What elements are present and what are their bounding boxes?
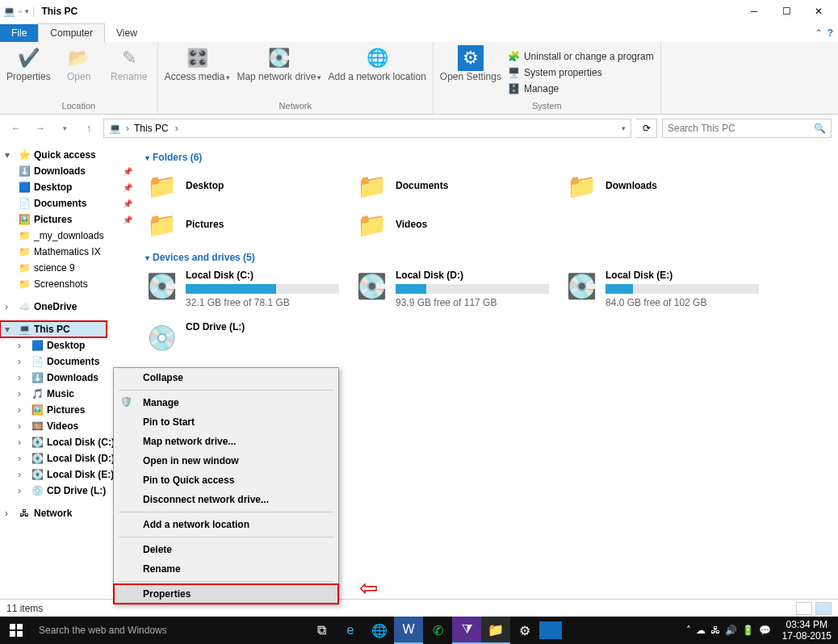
tray-onedrive-icon[interactable]: ☁ bbox=[696, 625, 706, 636]
minimize-button[interactable]: ─ bbox=[738, 0, 770, 23]
drive-icon: 💿 bbox=[145, 321, 178, 353]
folder-downloads[interactable]: 📁Downloads bbox=[565, 169, 759, 202]
globe-icon: 🌐 bbox=[364, 45, 390, 71]
system-properties-button[interactable]: 🖥️System properties bbox=[508, 65, 654, 80]
ctx-collapse[interactable]: Collapse bbox=[114, 368, 338, 387]
drive-item[interactable]: 💽Local Disk (C:)32.1 GB free of 78.1 GB bbox=[145, 270, 339, 308]
tray-action-center-icon[interactable]: 💬 bbox=[759, 625, 771, 636]
folder-icon: 📁 bbox=[355, 208, 388, 240]
app-icon[interactable] bbox=[539, 621, 562, 639]
tree-screenshots[interactable]: 📁Screenshots bbox=[0, 276, 136, 292]
tray-chevron-icon[interactable]: ˄ bbox=[686, 625, 691, 636]
tab-computer[interactable]: Computer bbox=[38, 23, 105, 42]
tree-this-pc[interactable]: ▾💻This PC bbox=[0, 321, 107, 337]
tray-network-icon[interactable]: 🖧 bbox=[710, 625, 720, 636]
section-folders[interactable]: ▾Folders (6) bbox=[145, 152, 828, 163]
taskbar-clock[interactable]: 03:34 PM17-08-2015 bbox=[776, 619, 838, 642]
details-view-button[interactable] bbox=[796, 602, 812, 615]
help-icon[interactable]: ? bbox=[828, 27, 833, 39]
open-settings-button[interactable]: ⚙Open Settings bbox=[440, 45, 501, 99]
tree-pictures[interactable]: 🖼️Pictures📌 bbox=[0, 211, 136, 228]
refresh-button[interactable]: ⟳ bbox=[636, 119, 657, 138]
ctx-manage[interactable]: 🛡️Manage bbox=[114, 393, 338, 412]
back-button[interactable]: ← bbox=[6, 119, 26, 138]
maximize-button[interactable]: ☐ bbox=[770, 0, 802, 23]
drive-item[interactable]: 💽Local Disk (D:)93.9 GB free of 117 GB bbox=[355, 270, 549, 308]
folder-desktop[interactable]: 📁Desktop bbox=[145, 169, 339, 202]
ctx-delete[interactable]: Delete bbox=[114, 540, 338, 559]
drive-item[interactable]: 💽Local Disk (E:)84.0 GB free of 102 GB bbox=[565, 270, 759, 308]
svg-rect-3 bbox=[17, 631, 23, 637]
address-box[interactable]: 💻 › This PC› ▾ bbox=[103, 119, 631, 138]
folder-pictures[interactable]: 📁Pictures bbox=[145, 208, 339, 240]
section-drives[interactable]: ▾Devices and drives (5) bbox=[145, 252, 828, 263]
breadcrumb-this-pc[interactable]: This PC› bbox=[134, 123, 178, 134]
task-view-button[interactable]: ⧉ bbox=[307, 617, 336, 644]
properties-button[interactable]: ✔️Properties bbox=[6, 45, 51, 99]
folder-documents[interactable]: 📁Documents bbox=[355, 169, 549, 202]
up-button[interactable]: ↑ bbox=[79, 119, 98, 138]
tree-math[interactable]: 📁Mathematics IX bbox=[0, 244, 136, 260]
chrome-icon[interactable]: 🌐 bbox=[365, 617, 394, 644]
group-system-label: System bbox=[440, 99, 654, 111]
recent-dropdown[interactable]: ▾ bbox=[55, 119, 74, 138]
rename-button[interactable]: ✎Rename bbox=[107, 45, 151, 99]
drive-item[interactable]: 💿CD Drive (L:) bbox=[145, 321, 339, 353]
close-button[interactable]: ✕ bbox=[802, 0, 835, 23]
manage-button[interactable]: 🗄️Manage bbox=[508, 82, 654, 96]
explorer-icon[interactable]: 📁 bbox=[481, 617, 510, 644]
ctx-pin-start[interactable]: Pin to Start bbox=[114, 412, 338, 432]
ctx-properties[interactable]: Properties bbox=[114, 584, 338, 604]
status-item-count: 11 items bbox=[6, 603, 43, 614]
tree-downloads[interactable]: ⬇️Downloads📌 bbox=[0, 163, 136, 179]
add-location-button[interactable]: 🌐Add a network location bbox=[328, 45, 425, 99]
ctx-rename[interactable]: Rename bbox=[114, 559, 338, 579]
forward-button[interactable]: → bbox=[31, 119, 50, 138]
search-input[interactable]: Search This PC🔍 bbox=[662, 119, 832, 138]
folder-icon: 📁 bbox=[145, 208, 178, 240]
tab-file[interactable]: File bbox=[0, 24, 38, 42]
ribbon-tabs: File Computer View ⌃ ? bbox=[0, 23, 838, 42]
access-media-button[interactable]: 🎛️Access media bbox=[165, 45, 231, 99]
tray-volume-icon[interactable]: 🔊 bbox=[725, 625, 737, 636]
tree-mydownloads[interactable]: 📁_my_downloads bbox=[0, 228, 136, 244]
tree-pc-desktop[interactable]: ›🟦Desktop bbox=[0, 337, 136, 353]
open-button[interactable]: 📂Open bbox=[57, 45, 101, 99]
media-icon: 🎛️ bbox=[185, 45, 211, 71]
address-dropdown-icon[interactable]: ▾ bbox=[622, 124, 626, 132]
ctx-open-new[interactable]: Open in new window bbox=[114, 451, 338, 470]
star-icon: ⭐ bbox=[18, 148, 31, 161]
tray-battery-icon[interactable]: 🔋 bbox=[742, 625, 754, 636]
tree-quick-access[interactable]: ▾⭐Quick access bbox=[0, 147, 136, 163]
start-button[interactable] bbox=[0, 624, 32, 637]
system-tray[interactable]: ˄ ☁ 🖧 🔊 🔋 💬 bbox=[681, 625, 776, 636]
taskbar-search[interactable]: Search the web and Windows bbox=[32, 625, 307, 636]
ctx-add-location[interactable]: Add a network location bbox=[114, 515, 338, 534]
settings-icon[interactable]: ⚙ bbox=[510, 617, 539, 644]
folder-videos[interactable]: 📁Videos bbox=[355, 208, 549, 240]
visual-studio-icon[interactable]: ⧩ bbox=[452, 617, 481, 644]
tree-documents[interactable]: 📄Documents📌 bbox=[0, 195, 136, 211]
tree-science[interactable]: 📁science 9 bbox=[0, 260, 136, 276]
annotation-arrow: ⇦ bbox=[359, 575, 378, 601]
ctx-pin-quick[interactable]: Pin to Quick access bbox=[114, 470, 338, 490]
pin-icon: 📌 bbox=[123, 167, 132, 176]
qat-doc-icon[interactable]: ▫ bbox=[19, 6, 22, 17]
tab-view[interactable]: View bbox=[105, 24, 149, 42]
edge-icon[interactable]: e bbox=[336, 617, 365, 644]
whatsapp-icon[interactable]: ✆ bbox=[423, 617, 452, 644]
tiles-view-button[interactable] bbox=[815, 602, 832, 615]
search-icon: 🔍 bbox=[814, 123, 826, 134]
tree-onedrive[interactable]: ›☁️OneDrive bbox=[0, 299, 136, 315]
check-icon: ✔️ bbox=[15, 45, 41, 71]
map-drive-button[interactable]: 💽Map network drive bbox=[237, 45, 321, 99]
word-icon[interactable]: W bbox=[394, 617, 423, 644]
ctx-disconnect[interactable]: Disconnect network drive... bbox=[114, 490, 338, 509]
svg-rect-2 bbox=[10, 631, 15, 637]
tree-desktop[interactable]: 🟦Desktop📌 bbox=[0, 179, 136, 195]
qat-dropdown[interactable]: ▾ bbox=[25, 7, 29, 15]
collapse-ribbon-icon[interactable]: ⌃ bbox=[815, 27, 823, 39]
drive-icon: 💽 bbox=[565, 270, 597, 302]
uninstall-button[interactable]: 🧩Uninstall or change a program bbox=[508, 49, 654, 64]
ctx-map-drive[interactable]: Map network drive... bbox=[114, 432, 338, 451]
